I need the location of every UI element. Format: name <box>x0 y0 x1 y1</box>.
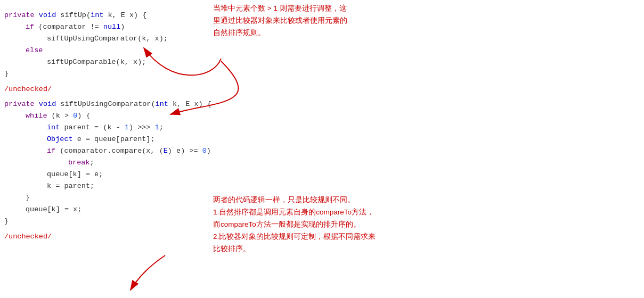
code-line: siftUpComparable(k, x); <box>4 56 644 68</box>
code-line: Object e = queue[parent]; <box>4 134 644 145</box>
code-line: while (k > 0) { <box>4 110 644 122</box>
separator-1: /unchecked/ <box>0 83 644 95</box>
page: private void siftUp(int k, E x) { if (co… <box>0 0 644 298</box>
annotation-1: 当堆中元素个数 > 1 则需要进行调整，这里通过比较器对象来比较或者使用元素的自… <box>213 3 415 39</box>
code-line: int parent = (k - 1) >>> 1; <box>4 122 644 134</box>
code-line: break; <box>4 157 644 169</box>
code-line: else <box>4 45 644 56</box>
code-line: private void siftUpUsingComparator(int k… <box>4 98 644 110</box>
annotation-2: 两者的代码逻辑一样，只是比较规则不同。 1.自然排序都是调用元素自身的compa… <box>213 194 479 255</box>
code-line: } <box>4 68 644 80</box>
code-line: k = parent; <box>4 180 644 192</box>
code-line: if (comparator.compare(x, (E) e) >= 0) <box>4 145 644 157</box>
code-line: queue[k] = e; <box>4 169 644 180</box>
